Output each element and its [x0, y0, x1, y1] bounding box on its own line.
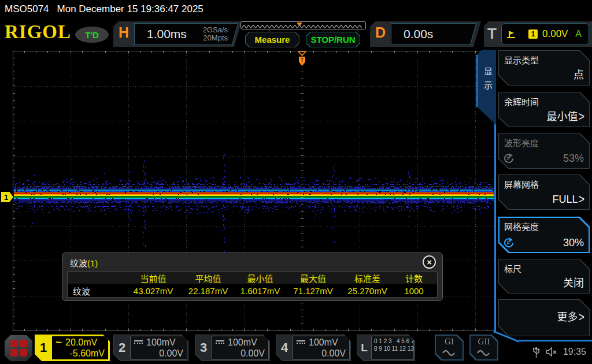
channel-scale: 20.0mV — [65, 337, 97, 348]
sample-rate: 2GSa/s — [203, 25, 228, 34]
logic-row-2: 8 9 10 11 12 13 14 15 — [374, 345, 412, 352]
measure-button[interactable]: Measure — [245, 32, 299, 47]
channel1-position-marker[interactable]: 1 — [1, 192, 13, 202]
speaker-muted-icon — [546, 347, 557, 356]
menu-grid-icon — [20, 349, 27, 356]
popup-title: 纹波(1) — [70, 257, 98, 269]
chevron-right-icon: > — [578, 109, 584, 124]
menu-item-screen-grid[interactable]: 屏幕网格 FULL> — [498, 174, 590, 210]
chevron-right-icon: > — [578, 192, 584, 207]
channel-offset: 0.00V — [134, 348, 183, 360]
sine-wave-icon — [442, 348, 456, 356]
trigger-mode-indicator: A — [575, 29, 582, 39]
model-name: MSO5074 — [5, 3, 49, 15]
dc-coupling-icon — [297, 340, 305, 345]
dc-coupling-icon — [216, 340, 224, 345]
menu-item-grid-brightness[interactable]: 网格亮度 30% — [498, 217, 590, 253]
channel-3-button[interactable]: 3 100mV 0.00V — [195, 335, 270, 361]
delay-panel: 0.00s — [391, 23, 476, 45]
menu-item-persistence-time[interactable]: 余辉时间 最小值> — [498, 92, 590, 127]
top-status-bar: MSO5074 Mon December 15 19:36:47 2025 — [0, 0, 592, 18]
sine-wave-icon — [477, 348, 491, 356]
timebase-value: 1.00ms — [147, 27, 187, 41]
menu-item-more[interactable]: 更多> — [498, 299, 590, 336]
usb-icon — [532, 346, 540, 358]
logic-channels-button[interactable]: L 0 1 2 3 4 5 6 7 8 9 10 11 12 13 14 15 — [357, 335, 415, 361]
measurement-table: 当前值 平均值 最小值 最大值 标准差 计数 纹波 43.027mV 22.18… — [67, 272, 438, 298]
channel-scale: 100mV — [228, 337, 257, 348]
trigger-panel: 1 0.00V A — [501, 23, 589, 45]
preview-trigger-position-icon — [297, 23, 302, 26]
timebase-panel: 1.00ms 2GSa/s 20Mpts — [134, 23, 238, 45]
datetime: Mon December 15 19:36:47 2025 — [57, 3, 204, 15]
table-row: 纹波 43.027mV 22.187mV 1.6017mV 71.127mV 2… — [68, 284, 437, 298]
menu-grid-icon — [10, 340, 18, 347]
table-header-row: 当前值 平均值 最小值 最大值 标准差 计数 — [68, 272, 437, 284]
t-label: T — [487, 25, 497, 43]
memory-depth: 20Mpts — [203, 34, 228, 42]
menu-item-ruler[interactable]: 标尺 关闭 — [498, 259, 590, 294]
horizontal-timebase-button[interactable]: H 1.00ms 2GSa/s 20Mpts — [113, 21, 242, 47]
menu-grid-icon — [10, 349, 18, 356]
delay-value: 0.00s — [404, 27, 433, 41]
chevron-right-icon: > — [578, 310, 584, 325]
trigger-source-badge: 1 — [528, 29, 538, 39]
channel-1-button[interactable]: 1 ~ 20.0mV -5.60mV — [35, 335, 110, 361]
trigger-level-value: 0.00V — [542, 28, 568, 40]
stop-run-button[interactable]: STOP/RUN — [306, 32, 360, 47]
menu-grid-icon — [20, 340, 27, 347]
logic-row-1: 0 1 2 3 4 5 6 7 — [374, 337, 412, 345]
measurement-popup: 纹波(1) × 当前值 平均值 最小值 最大值 标准差 计数 纹波 43.027… — [62, 252, 443, 301]
sidebar-border-bottom — [519, 340, 592, 341]
channel-4-button[interactable]: 4 100mV 0.00V — [276, 335, 351, 361]
rotary-knob-icon — [504, 153, 514, 164]
status-area: 19:35 — [532, 346, 586, 358]
trigger-settings-button[interactable]: T 1 0.00V A — [484, 21, 592, 47]
ac-coupling-icon: ~ — [56, 340, 62, 346]
main-menu-button[interactable] — [5, 335, 32, 361]
menu-item-display-type[interactable]: 显示类型 点 — [498, 50, 590, 86]
waveform-preview-strip[interactable] — [240, 21, 366, 29]
channel-scale: 100mV — [309, 337, 338, 348]
trigger-status-badge: T'D — [75, 27, 109, 43]
channel-offset: 0.00V — [216, 348, 265, 360]
delay-button[interactable]: D 0.00s — [370, 21, 481, 47]
edge-trigger-icon — [506, 30, 516, 39]
dc-coupling-icon — [134, 340, 143, 345]
generator-2-button[interactable]: GII — [469, 335, 498, 361]
svg-text:T: T — [300, 57, 304, 64]
generator-1-button[interactable]: GI — [435, 335, 464, 361]
channel-2-button[interactable]: 2 100mV 0.00V — [113, 335, 188, 361]
rotary-knob-icon — [504, 237, 514, 248]
acquisition-info: 2GSa/s 20Mpts — [203, 26, 228, 42]
channel-scale: 100mV — [146, 337, 176, 348]
d-label: D — [375, 24, 386, 41]
rigol-logo: RIGOL — [5, 21, 71, 43]
channel-offset: 0.00V — [297, 348, 346, 360]
trigger-position-marker[interactable]: T — [297, 51, 307, 66]
channel-offset: -5.60mV — [56, 348, 105, 360]
menu-item-waveform-intensity[interactable]: 波形亮度 53% — [498, 133, 590, 169]
close-icon[interactable]: × — [423, 255, 436, 269]
h-label: H — [119, 24, 129, 41]
preview-zigzag-icon — [241, 23, 364, 30]
clock: 19:35 — [563, 347, 586, 357]
